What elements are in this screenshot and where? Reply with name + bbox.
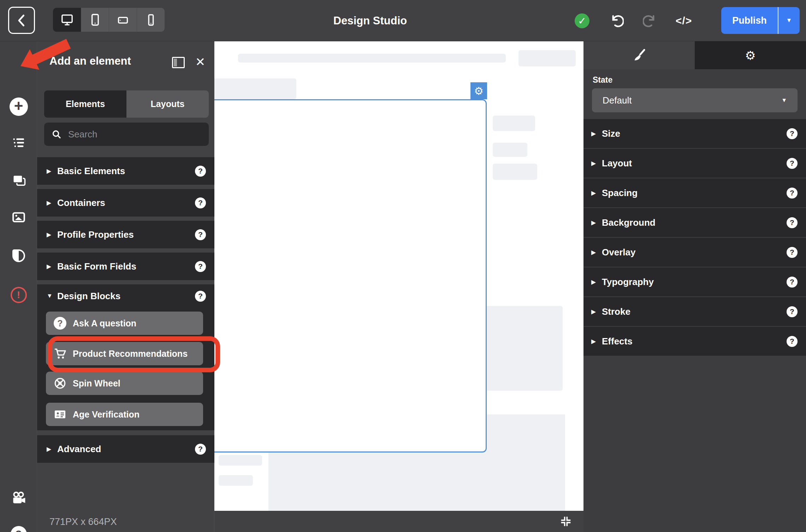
help-icon[interactable]: ? — [787, 247, 798, 258]
inspector-section-overlay[interactable]: ▶ Overlay ? — [583, 238, 806, 267]
paint-brush-icon — [632, 48, 646, 63]
design-studio-app: ⚙ 771PX x 664PX — [0, 0, 806, 532]
dock-panel-icon[interactable] — [172, 57, 185, 68]
section-basic-form-fields[interactable]: ▶ Basic Form Fields ? — [37, 253, 214, 280]
publish-split-button: Publish ▼ — [721, 7, 800, 34]
help-icon[interactable]: ? — [787, 217, 798, 228]
caret-right-icon: ▶ — [47, 445, 55, 453]
warning-icon: ! — [11, 287, 27, 303]
section-label: Containers — [57, 197, 195, 208]
placeholder-side-bar-3 — [493, 164, 537, 180]
section-profile-properties[interactable]: ▶ Profile Properties ? — [37, 221, 214, 248]
section-label: Basic Form Fields — [57, 261, 195, 272]
help-tool[interactable]: ? — [0, 522, 37, 532]
undo-button[interactable] — [608, 13, 624, 29]
inspector-section-layout[interactable]: ▶ Layout ? — [583, 149, 806, 178]
add-element-tool[interactable]: + — [0, 94, 37, 119]
inspector-section-effects[interactable]: ▶ Effects ? — [583, 327, 806, 356]
section-label: Background — [602, 217, 787, 228]
tab-style-brush[interactable] — [583, 41, 695, 69]
help-icon[interactable]: ? — [787, 188, 798, 199]
placeholder-side-bar-1 — [493, 116, 535, 131]
section-advanced[interactable]: ▶ Advanced ? — [37, 435, 214, 463]
images-tool[interactable] — [0, 205, 37, 230]
help-icon[interactable]: ? — [195, 444, 206, 455]
element-settings-gear-button[interactable]: ⚙ — [470, 82, 487, 99]
item-label: Ask A question — [73, 318, 136, 329]
caret-right-icon: ▶ — [591, 130, 600, 137]
help-icon[interactable]: ? — [787, 158, 798, 169]
help-icon[interactable]: ? — [787, 306, 798, 317]
device-mobile-button[interactable] — [137, 8, 165, 32]
publish-button[interactable]: Publish — [721, 7, 778, 34]
device-landscape-button[interactable] — [109, 8, 137, 32]
panel-tabs: Elements Layouts — [44, 90, 209, 118]
fit-canvas-button[interactable] — [558, 514, 574, 529]
help-icon[interactable]: ? — [787, 128, 798, 139]
top-toolbar: Design Studio ✓ </> Publish ▼ — [0, 0, 806, 41]
question-mark-icon: ? — [11, 526, 27, 532]
design-block-spin-wheel[interactable]: Spin Wheel — [46, 372, 203, 395]
help-icon[interactable]: ? — [195, 197, 206, 208]
section-label: Effects — [602, 336, 787, 347]
inspector-section-background[interactable]: ▶ Background ? — [583, 208, 806, 237]
help-icon[interactable]: ? — [195, 229, 206, 240]
caret-right-icon: ▶ — [591, 219, 600, 226]
inspector-tabs: ⚙ — [583, 41, 806, 69]
search-input[interactable] — [67, 129, 202, 140]
tablet-portrait-icon — [88, 13, 102, 27]
device-tablet-button[interactable] — [81, 8, 109, 32]
alerts-tool[interactable]: ! — [0, 283, 37, 307]
caret-right-icon: ▶ — [47, 263, 55, 270]
video-tutorials-tool[interactable] — [0, 486, 37, 510]
design-block-age-verification[interactable]: Age Verification — [46, 403, 203, 426]
section-label: Size — [602, 128, 787, 139]
chevron-down-icon: ▼ — [786, 17, 792, 24]
tab-layouts[interactable]: Layouts — [126, 90, 209, 118]
design-block-ask-a-question[interactable]: ? Ask A question — [46, 312, 203, 335]
help-icon[interactable]: ? — [787, 336, 798, 347]
gear-icon: ⚙ — [745, 48, 755, 63]
help-icon[interactable]: ? — [195, 166, 206, 177]
section-design-blocks[interactable]: ▼ Design Blocks ? — [37, 284, 214, 308]
theme-colors-tool[interactable] — [0, 243, 37, 268]
code-view-button[interactable]: </> — [676, 13, 692, 29]
redo-button[interactable] — [642, 13, 659, 29]
layers-list-tool[interactable] — [0, 130, 37, 155]
help-icon[interactable]: ? — [195, 261, 206, 272]
inspector-section-spacing[interactable]: ▶ Spacing ? — [583, 178, 806, 207]
design-canvas[interactable]: ⚙ — [214, 41, 583, 511]
section-containers[interactable]: ▶ Containers ? — [37, 189, 214, 217]
help-icon[interactable]: ? — [787, 277, 798, 288]
back-button[interactable] — [8, 7, 35, 34]
design-block-product-recommendations[interactable]: Product Recommendations — [46, 342, 203, 365]
pages-tool[interactable] — [0, 169, 37, 193]
tab-elements[interactable]: Elements — [44, 90, 126, 118]
publish-options-button[interactable]: ▼ — [778, 7, 800, 34]
tab-settings-gear[interactable]: ⚙ — [695, 41, 806, 69]
style-inspector-panel: ⚙ State Default ▼ ▶ Size ? ▶ Layout ? ▶ … — [583, 41, 806, 532]
id-card-icon — [53, 407, 67, 421]
close-icon: ✕ — [195, 55, 206, 69]
inspector-section-size[interactable]: ▶ Size ? — [583, 119, 806, 148]
placeholder-nav-bar — [238, 54, 506, 63]
section-label: Basic Elements — [57, 166, 195, 177]
item-label: Age Verification — [73, 409, 140, 420]
caret-right-icon: ▶ — [591, 278, 600, 286]
close-panel-button[interactable]: ✕ — [193, 55, 207, 69]
selected-element-outline[interactable] — [198, 99, 487, 453]
placeholder-text-bar-2 — [219, 475, 253, 486]
panel-title: Add an element — [49, 55, 131, 67]
section-label: Profile Properties — [57, 229, 195, 240]
undo-icon — [608, 13, 624, 29]
state-dropdown[interactable]: Default ▼ — [592, 88, 798, 112]
section-label: Layout — [602, 158, 787, 169]
inspector-section-stroke[interactable]: ▶ Stroke ? — [583, 297, 806, 326]
inspector-section-typography[interactable]: ▶ Typography ? — [583, 267, 806, 296]
section-label: Advanced — [57, 444, 195, 455]
contrast-droplet-icon — [12, 249, 25, 262]
question-circle-icon: ? — [53, 316, 67, 330]
section-basic-elements[interactable]: ▶ Basic Elements ? — [37, 157, 214, 185]
device-desktop-button[interactable] — [53, 8, 81, 32]
help-icon[interactable]: ? — [195, 291, 206, 302]
